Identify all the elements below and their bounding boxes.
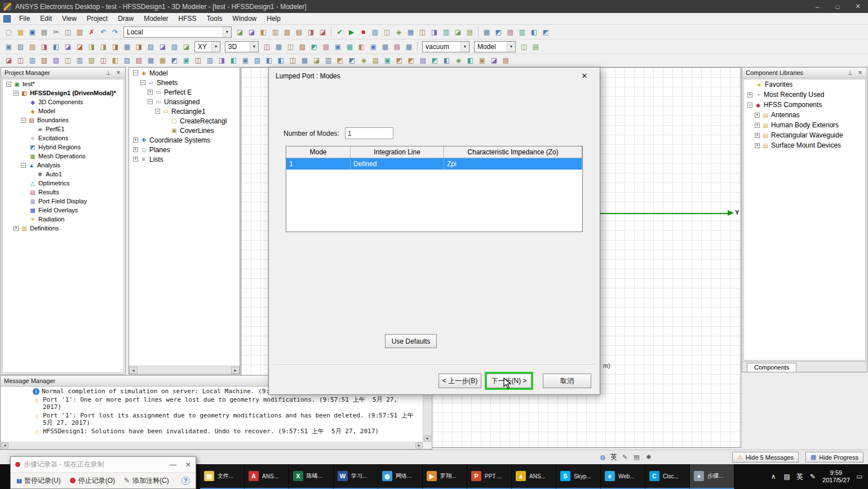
snapshot-icon[interactable]: ▦ [403, 41, 415, 52]
dialog-close-icon[interactable]: ✕ [576, 72, 593, 80]
boolean-intersect-icon[interactable]: ▨ [145, 41, 157, 52]
scroll-left-icon[interactable]: ◂ [1, 442, 8, 448]
scroll-left-icon[interactable]: ◂ [129, 367, 138, 374]
field-overlays-tool-icon[interactable]: ◈ [393, 26, 405, 38]
tree-item[interactable]: △Optimetrics [3, 179, 123, 188]
menu-item[interactable]: File [14, 14, 35, 24]
pin-icon[interactable] [105, 69, 112, 76]
tree-item[interactable]: +◇Planes [130, 145, 239, 154]
powerpoint[interactable]: PPPT ... [467, 464, 512, 489]
ansys-launcher[interactable]: ▲ANS... [512, 464, 556, 489]
select-face-icon[interactable]: ▨ [15, 41, 26, 52]
lighting-icon[interactable]: ▣ [367, 41, 379, 52]
orientation-side-icon[interactable]: ◧ [356, 41, 367, 52]
ime-settings-icon[interactable] [644, 453, 653, 461]
component-export-icon[interactable]: ◧ [528, 26, 540, 38]
orientation-front-icon[interactable]: ▣ [332, 41, 344, 52]
tree-expander-icon[interactable]: + [755, 113, 760, 118]
save-icon[interactable]: ▣ [26, 26, 38, 38]
ansys-desktop[interactable]: AANS... [245, 464, 289, 489]
sweep-along-path-icon[interactable]: ▨ [251, 55, 263, 66]
menu-item[interactable]: Help [262, 14, 286, 24]
message-row[interactable]: Port '1': Port lost its assignment due t… [1, 411, 423, 427]
tree-expander-icon[interactable]: + [148, 90, 153, 95]
menu-item[interactable]: Modeler [139, 14, 173, 24]
skype[interactable]: SSkyp... [556, 464, 601, 489]
sweep-around-axis-icon[interactable]: ▣ [240, 55, 251, 66]
hide-messages-button[interactable]: Hide 5 Messages [732, 452, 799, 463]
validate-check-icon[interactable]: ✔ [334, 26, 346, 38]
menu-item[interactable]: Project [82, 14, 113, 24]
tree-item[interactable]: −▲Analysis [3, 161, 123, 170]
assign-material-icon[interactable]: ◫ [518, 41, 530, 52]
shaded-view-icon[interactable]: ▤ [320, 41, 332, 52]
section-tool-icon[interactable]: ◧ [441, 55, 453, 66]
rotate-tool-icon[interactable]: ◩ [393, 55, 405, 66]
maximize-button[interactable]: □ [827, 0, 848, 13]
draw-rectangle-icon[interactable]: ▥ [74, 55, 86, 66]
hidden-icons-chevron-icon[interactable]: ∧ [769, 473, 777, 481]
tray-language-indicator[interactable]: 英 [796, 472, 803, 482]
select-edge-icon[interactable]: ▨ [26, 41, 38, 52]
boolean-subtract-icon[interactable]: ◨ [133, 41, 145, 52]
design-properties-icon[interactable]: ▥ [516, 26, 528, 38]
rotate-view-icon[interactable]: ▤ [293, 26, 305, 38]
tree-expander-icon[interactable] [162, 118, 169, 124]
undo-icon[interactable]: ↶ [98, 26, 109, 38]
minimize-button[interactable]: – [807, 0, 827, 13]
tree-item[interactable]: −◆HFSS Components [744, 100, 865, 110]
vertical-scrollbar[interactable]: ▴ ▾ [423, 387, 431, 442]
tree-expander-icon[interactable]: + [133, 147, 138, 152]
hpc-options-icon[interactable]: ▦ [481, 26, 493, 38]
tree-item[interactable]: −▭Rectangle1 [130, 106, 239, 116]
orientation-top-icon[interactable]: ▦ [344, 41, 356, 52]
select-object-icon[interactable]: ▣ [3, 41, 15, 52]
draw-polyline-icon[interactable]: ◫ [62, 55, 74, 66]
tree-item[interactable]: −▭Unassigned [130, 97, 239, 106]
modes-table-selected-row[interactable]: 1DefinedZpi [286, 158, 582, 170]
tree-expander-icon[interactable] [21, 99, 27, 105]
datasets-icon[interactable]: ◪ [452, 26, 464, 38]
move-mode-icon[interactable]: ◪ [74, 41, 86, 52]
message-row[interactable]: HFSSDesign1: Solutions have been invalid… [1, 427, 423, 435]
split-icon[interactable]: ▥ [322, 55, 334, 66]
chevron-down-icon[interactable] [211, 42, 220, 52]
tree-expander-icon[interactable]: + [133, 137, 138, 143]
create-report-icon[interactable]: ◫ [381, 26, 393, 38]
tree-expander-icon[interactable] [162, 127, 169, 134]
tree-expander-icon[interactable] [21, 153, 27, 159]
tree-expander-icon[interactable]: − [155, 109, 160, 114]
view-mode-combo[interactable]: 3D [225, 41, 259, 52]
tree-expander-icon[interactable]: + [14, 226, 19, 231]
tree-item[interactable]: +▤Surface Mount Devices [744, 140, 865, 150]
menu-item[interactable]: Window [228, 14, 262, 24]
back-button[interactable]: < 上一步(B) [439, 374, 481, 388]
fit-selection-icon[interactable]: ▦ [273, 41, 285, 52]
chevron-down-icon[interactable] [460, 42, 469, 52]
tree-item[interactable]: ◆3D Components [3, 97, 123, 106]
taskbar-clock[interactable]: 9:59 2017/5/27 [822, 469, 850, 484]
draw-ellipse-icon[interactable]: ▧ [86, 55, 98, 66]
fit-all-icon[interactable]: ◫ [261, 41, 273, 52]
tray-pen-icon[interactable]: ✎ [809, 473, 817, 481]
tree-expander-icon[interactable]: − [21, 163, 26, 168]
draw-line-icon[interactable]: ◫ [15, 55, 26, 66]
orient-iso-icon[interactable]: ◨ [305, 26, 317, 38]
new-project-icon[interactable]: ▢ [3, 26, 15, 38]
file-explorer[interactable]: ▤文件... [200, 464, 245, 489]
subtract-icon[interactable]: ▦ [299, 55, 311, 66]
menu-item[interactable]: HFSS [174, 14, 202, 24]
tree-expander-icon[interactable]: − [148, 99, 153, 104]
material-editor-icon[interactable]: ▤ [530, 41, 542, 52]
pan-icon[interactable]: ▧ [281, 26, 293, 38]
tree-expander-icon[interactable]: + [755, 143, 760, 148]
ime-pen-icon[interactable] [621, 453, 629, 461]
tree-item[interactable]: +≡Lists [130, 154, 239, 164]
wireframe-view-icon[interactable]: ◩ [308, 41, 320, 52]
tree-item[interactable]: −◈Model [130, 68, 239, 78]
tree-item[interactable]: ◩Hybrid Regions [3, 143, 123, 152]
select-vertex-icon[interactable]: ◨ [38, 41, 50, 52]
draw-arc-3point-icon[interactable]: ▧ [50, 55, 62, 66]
print-icon[interactable]: ▤ [38, 26, 50, 38]
draw-cylinder-icon[interactable]: ▤ [133, 55, 145, 66]
